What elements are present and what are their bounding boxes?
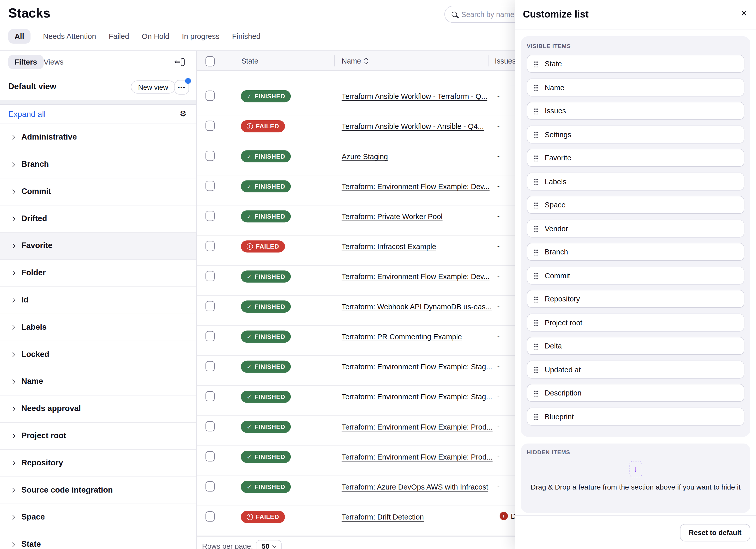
row-checkbox[interactable] xyxy=(206,181,215,191)
filter-group-repository[interactable]: Repository xyxy=(0,450,196,477)
tab-filters[interactable]: Filters xyxy=(8,55,43,69)
tab-all[interactable]: All xyxy=(8,29,30,43)
customize-item-updated-at[interactable]: Updated at xyxy=(527,360,744,378)
new-view-button[interactable]: New view xyxy=(131,81,176,94)
row-checkbox[interactable] xyxy=(206,421,215,431)
row-checkbox[interactable] xyxy=(206,361,215,371)
rows-per-page-select[interactable]: 50 xyxy=(256,540,282,549)
drag-handle-icon[interactable] xyxy=(534,272,538,279)
collapse-sidebar-icon[interactable] xyxy=(175,58,186,66)
filter-group-locked[interactable]: Locked xyxy=(0,341,196,369)
stack-name-link[interactable]: Terraform: Drift Detection xyxy=(342,513,424,521)
filter-group-name[interactable]: Name xyxy=(0,368,196,395)
column-header-name[interactable]: Name xyxy=(342,57,367,65)
filter-group-favorite[interactable]: Favorite xyxy=(0,233,196,260)
stack-name-link[interactable]: Terraform: Infracost Example xyxy=(342,242,436,251)
drag-handle-icon[interactable] xyxy=(534,84,538,91)
customize-item-branch[interactable]: Branch xyxy=(527,243,744,261)
filter-group-commit[interactable]: Commit xyxy=(0,178,196,206)
row-checkbox[interactable] xyxy=(206,271,215,281)
drag-handle-icon[interactable] xyxy=(534,225,538,232)
tab-finished[interactable]: Finished xyxy=(232,29,260,43)
filter-group-space[interactable]: Space xyxy=(0,504,196,531)
customize-item-favorite[interactable]: Favorite xyxy=(527,149,744,167)
customize-item-settings[interactable]: Settings xyxy=(527,125,744,143)
row-checkbox[interactable] xyxy=(206,301,215,311)
customize-item-name[interactable]: Name xyxy=(527,78,744,96)
stack-name-link[interactable]: Azure Staging xyxy=(342,152,388,160)
filter-group-folder[interactable]: Folder xyxy=(0,260,196,287)
drag-handle-icon[interactable] xyxy=(534,366,538,373)
drag-handle-icon[interactable] xyxy=(534,389,538,396)
stack-name-link[interactable]: Terraform: Private Worker Pool xyxy=(342,212,442,220)
tab-views[interactable]: Views xyxy=(44,58,64,66)
drag-handle-icon[interactable] xyxy=(534,107,538,114)
row-checkbox[interactable] xyxy=(206,331,215,341)
customize-item-vendor[interactable]: Vendor xyxy=(527,219,744,237)
tab-in-progress[interactable]: In progress xyxy=(182,29,220,43)
stack-name-link[interactable]: Terraform Ansible Workflow - Ansible - Q… xyxy=(342,122,484,130)
filter-group-needs-approval[interactable]: Needs approval xyxy=(0,395,196,423)
stack-name-link[interactable]: Terraform: Environment Flow Example: Pro… xyxy=(342,453,492,461)
view-more-button[interactable]: ••• xyxy=(175,80,189,95)
stack-name-link[interactable]: Terraform: Environment Flow Example: Dev… xyxy=(342,272,489,281)
customize-item-space[interactable]: Space xyxy=(527,196,744,214)
customize-item-labels[interactable]: Labels xyxy=(527,172,744,190)
row-checkbox[interactable] xyxy=(206,391,215,401)
reset-to-default-button[interactable]: Reset to default xyxy=(680,524,750,542)
drag-handle-icon[interactable] xyxy=(534,201,538,208)
filter-group-branch[interactable]: Branch xyxy=(0,151,196,178)
row-checkbox[interactable] xyxy=(206,511,215,522)
drop-zone[interactable]: ↓ xyxy=(629,461,642,478)
close-icon[interactable]: ✕ xyxy=(741,10,747,18)
stack-name-link[interactable]: Terraform: Environment Flow Example: Sta… xyxy=(342,393,492,401)
tab-failed[interactable]: Failed xyxy=(109,29,129,43)
filter-group-project-root[interactable]: Project root xyxy=(0,423,196,450)
stack-name-link[interactable]: Terraform: Azure DevOps AWS with Infraco… xyxy=(342,483,488,491)
filter-group-administrative[interactable]: Administrative xyxy=(0,124,196,151)
drag-handle-icon[interactable] xyxy=(534,248,538,255)
column-header-issues[interactable]: Issues xyxy=(495,57,516,65)
drag-handle-icon[interactable] xyxy=(534,178,538,185)
row-checkbox[interactable] xyxy=(206,121,215,131)
customize-item-state[interactable]: State xyxy=(527,55,744,73)
drag-handle-icon[interactable] xyxy=(534,131,538,138)
tab-on-hold[interactable]: On Hold xyxy=(142,29,169,43)
stack-name-link[interactable]: Terraform Ansible Workflow - Terraform -… xyxy=(342,92,487,100)
filter-group-drifted[interactable]: Drifted xyxy=(0,206,196,233)
drag-handle-icon[interactable] xyxy=(534,295,538,302)
row-checkbox[interactable] xyxy=(206,91,215,101)
row-checkbox[interactable] xyxy=(206,241,215,251)
customize-item-issues[interactable]: Issues xyxy=(527,102,744,120)
customize-item-repository[interactable]: Repository xyxy=(527,290,744,308)
row-checkbox[interactable] xyxy=(206,481,215,492)
stack-name-link[interactable]: Terraform: PR Commenting Example xyxy=(342,332,462,341)
drag-handle-icon[interactable] xyxy=(534,342,538,349)
filter-group-id[interactable]: Id xyxy=(0,287,196,314)
drag-handle-icon[interactable] xyxy=(534,319,538,326)
row-checkbox[interactable] xyxy=(206,451,215,461)
row-checkbox[interactable] xyxy=(206,151,215,161)
select-all-checkbox[interactable] xyxy=(206,56,215,66)
customize-item-description[interactable]: Description xyxy=(527,384,744,402)
filter-group-labels[interactable]: Labels xyxy=(0,314,196,341)
customize-item-blueprint[interactable]: Blueprint xyxy=(527,407,744,425)
drag-handle-icon[interactable] xyxy=(534,60,538,67)
stack-name-link[interactable]: Terraform: Environment Flow Example: Sta… xyxy=(342,362,492,371)
drag-handle-icon[interactable] xyxy=(534,154,538,161)
expand-all-link[interactable]: Expand all xyxy=(8,110,45,119)
customize-item-delta[interactable]: Delta xyxy=(527,337,744,355)
tab-needs-attention[interactable]: Needs Attention xyxy=(43,29,96,43)
gear-icon[interactable]: ⚙ xyxy=(180,109,187,118)
filter-group-source-code-integration[interactable]: Source code integration xyxy=(0,477,196,504)
column-header-state[interactable]: State xyxy=(241,57,258,65)
customize-item-commit[interactable]: Commit xyxy=(527,266,744,284)
stack-name-link[interactable]: Terraform: Environment Flow Example: Pro… xyxy=(342,423,492,431)
row-checkbox[interactable] xyxy=(206,211,215,221)
sort-icon[interactable] xyxy=(364,58,367,64)
filter-group-state[interactable]: State xyxy=(0,531,196,549)
stack-name-link[interactable]: Terraform: Environment Flow Example: Dev… xyxy=(342,182,489,190)
customize-item-project-root[interactable]: Project root xyxy=(527,313,744,331)
drag-handle-icon[interactable] xyxy=(534,413,538,420)
stack-name-link[interactable]: Terraform: Webhook API DynamoDB us-eas..… xyxy=(342,302,491,311)
